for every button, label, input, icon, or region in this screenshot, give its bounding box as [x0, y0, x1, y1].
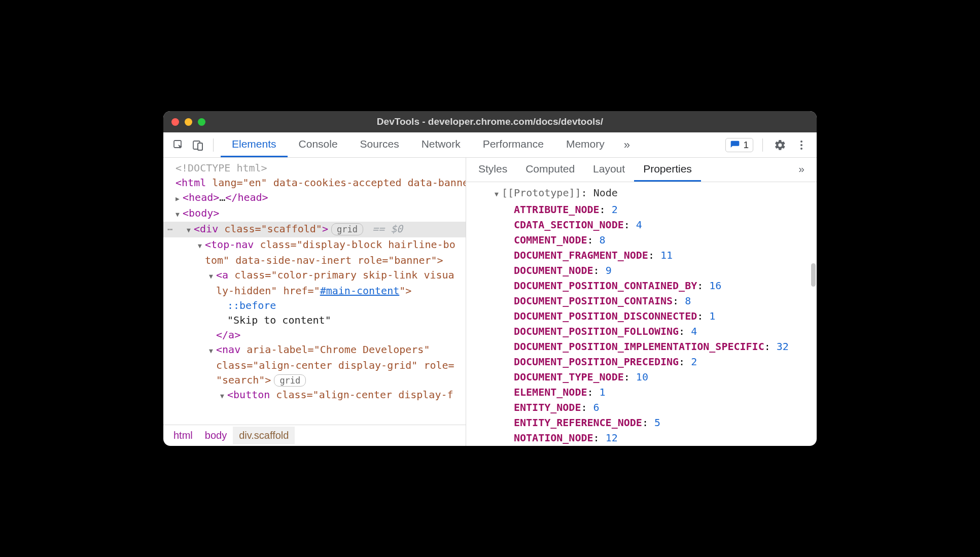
svg-point-6: [800, 148, 802, 150]
dom-nav[interactable]: ▼<nav aria-label="Chrome Developers": [163, 342, 466, 358]
property-row[interactable]: DOCUMENT_POSITION_CONTAINED_BY: 16: [466, 278, 817, 293]
dom-a[interactable]: ▼<a class="color-primary skip-link visua: [163, 268, 466, 284]
issues-icon: [730, 140, 740, 150]
main-tab-performance[interactable]: Performance: [472, 132, 555, 157]
main-tab-elements[interactable]: Elements: [221, 132, 288, 157]
dom-button[interactable]: ▼<button class="align-center display-f: [163, 388, 466, 403]
inspect-element-icon[interactable]: [170, 137, 187, 153]
side-tab-properties[interactable]: Properties: [634, 158, 701, 182]
breadcrumb-item[interactable]: html: [167, 427, 199, 444]
scrollbar-thumb[interactable]: [811, 263, 816, 287]
dom-topnav[interactable]: ▼<top-nav class="display-block hairline-…: [163, 237, 466, 253]
traffic-lights: [171, 118, 205, 126]
dom-div-scaffold[interactable]: ▼<div class="scaffold">grid == $0: [163, 222, 466, 237]
devtools-window: DevTools - developer.chrome.com/docs/dev…: [163, 111, 817, 446]
property-row[interactable]: ENTITY_REFERENCE_NODE: 5: [466, 415, 817, 430]
svg-point-5: [800, 144, 802, 146]
dom-a-close[interactable]: </a>: [163, 328, 466, 342]
minimize-window-button[interactable]: [185, 118, 192, 126]
main-tab-sources[interactable]: Sources: [349, 132, 410, 157]
expand-collapse-icon[interactable]: ▼: [187, 223, 194, 237]
expand-collapse-icon[interactable]: ▼: [176, 207, 183, 222]
property-row[interactable]: CDATA_SECTION_NODE: 4: [466, 217, 817, 232]
dom-html-open[interactable]: <html lang="en" data-cookies-accepted da…: [163, 176, 466, 190]
side-tab-styles[interactable]: Styles: [469, 158, 516, 182]
selected-hint: == $0: [372, 223, 403, 235]
property-row[interactable]: DOCUMENT_NODE: 9: [466, 263, 817, 278]
property-row[interactable]: ATTRIBUTE_NODE: 2: [466, 202, 817, 217]
dom-breadcrumb: htmlbodydiv.scaffold: [163, 425, 466, 446]
more-side-tabs-icon[interactable]: »: [789, 158, 814, 182]
dom-tree[interactable]: <!DOCTYPE html> <html lang="en" data-coo…: [163, 158, 466, 425]
content-area: <!DOCTYPE html> <html lang="en" data-coo…: [163, 158, 817, 446]
more-tabs-icon[interactable]: »: [619, 137, 635, 153]
main-tabs: ElementsConsoleSourcesNetworkPerformance…: [221, 132, 616, 157]
main-toolbar: ElementsConsoleSourcesNetworkPerformance…: [163, 132, 817, 158]
settings-icon[interactable]: [772, 137, 788, 153]
side-panel: StylesComputedLayoutProperties» ▼[[Proto…: [466, 158, 817, 446]
close-window-button[interactable]: [171, 118, 179, 126]
property-row[interactable]: DOCUMENT_POSITION_IMPLEMENTATION_SPECIFI…: [466, 339, 817, 354]
property-row[interactable]: ENTITY_NODE: 6: [466, 400, 817, 415]
property-row[interactable]: DOCUMENT_TYPE_NODE: 10: [466, 369, 817, 385]
expand-collapse-icon[interactable]: ▼: [495, 187, 502, 202]
svg-point-4: [800, 141, 802, 143]
property-row[interactable]: DOCUMENT_POSITION_FOLLOWING: 4: [466, 324, 817, 339]
property-row[interactable]: NOTATION_NODE: 12: [466, 430, 817, 445]
toolbar-divider: [762, 138, 763, 152]
side-tabs: StylesComputedLayoutProperties»: [466, 158, 817, 182]
maximize-window-button[interactable]: [198, 118, 205, 126]
property-row[interactable]: DOCUMENT_POSITION_CONTAINS: 8: [466, 293, 817, 308]
side-tab-computed[interactable]: Computed: [516, 158, 584, 182]
dom-a-pseudo[interactable]: ::before: [163, 298, 466, 313]
issues-button[interactable]: 1: [725, 138, 753, 152]
expand-collapse-icon[interactable]: ▶: [176, 191, 183, 206]
expand-collapse-icon[interactable]: ▼: [209, 269, 216, 284]
svg-rect-2: [198, 143, 202, 150]
dom-head[interactable]: ▶<head>…</head>: [163, 190, 466, 206]
side-tab-layout[interactable]: Layout: [584, 158, 634, 182]
dom-body[interactable]: ▼<body>: [163, 206, 466, 222]
property-row[interactable]: DOCUMENT_FRAGMENT_NODE: 11: [466, 248, 817, 263]
elements-panel: <!DOCTYPE html> <html lang="en" data-coo…: [163, 158, 466, 446]
kebab-menu-icon[interactable]: [793, 137, 810, 153]
main-tab-memory[interactable]: Memory: [555, 132, 616, 157]
property-row[interactable]: DOCUMENT_POSITION_DISCONNECTED: 1: [466, 308, 817, 324]
property-row[interactable]: COMMENT_NODE: 8: [466, 232, 817, 248]
dom-nav-cont2[interactable]: "search">grid: [163, 373, 466, 388]
dom-a-cont[interactable]: ly-hidden" href="#main-content">: [163, 284, 466, 298]
main-tab-console[interactable]: Console: [288, 132, 349, 157]
dom-nav-cont1[interactable]: class="align-center display-grid" role=: [163, 358, 466, 373]
property-row[interactable]: DOCUMENT_POSITION_PRECEDING: 2: [466, 354, 817, 369]
toolbar-divider: [213, 138, 214, 152]
main-tab-network[interactable]: Network: [410, 132, 472, 157]
breadcrumb-item[interactable]: body: [199, 427, 233, 444]
grid-badge[interactable]: grid: [331, 223, 363, 235]
property-row[interactable]: ELEMENT_NODE: 1: [466, 385, 817, 400]
grid-badge[interactable]: grid: [274, 374, 306, 387]
prototype-row[interactable]: ▼[[Prototype]]: Node: [466, 185, 817, 202]
properties-pane[interactable]: ▼[[Prototype]]: Node ATTRIBUTE_NODE: 2CD…: [466, 182, 817, 446]
device-toolbar-icon[interactable]: [190, 137, 206, 153]
window-title: DevTools - developer.chrome.com/docs/dev…: [163, 116, 817, 127]
dom-a-text[interactable]: "Skip to content": [163, 313, 466, 328]
expand-collapse-icon[interactable]: ▼: [198, 238, 205, 253]
expand-collapse-icon[interactable]: ▼: [209, 343, 216, 358]
titlebar: DevTools - developer.chrome.com/docs/dev…: [163, 111, 817, 132]
expand-collapse-icon[interactable]: ▼: [220, 389, 227, 403]
breadcrumb-item[interactable]: div.scaffold: [233, 427, 295, 444]
dom-doctype[interactable]: <!DOCTYPE html>: [163, 161, 466, 176]
issues-count: 1: [743, 140, 749, 151]
dom-topnav-cont[interactable]: tom" data-side-nav-inert role="banner">: [163, 253, 466, 268]
